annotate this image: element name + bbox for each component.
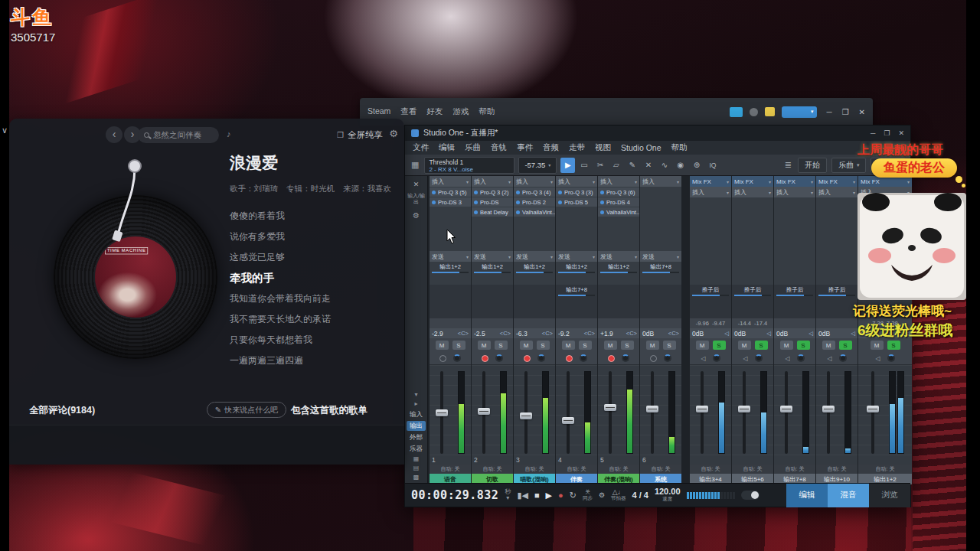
automation-mode[interactable]: 自动: 关: [690, 465, 731, 474]
paint-tool[interactable]: ✎: [625, 158, 639, 173]
song-source[interactable]: 来源：我喜欢: [343, 184, 391, 194]
pan-value[interactable]: <C>: [668, 330, 679, 337]
volume-db-value[interactable]: 0dB: [818, 330, 830, 337]
solo-button[interactable]: S: [495, 341, 508, 350]
automation-mode[interactable]: 自动: 关: [640, 465, 681, 474]
mute-button[interactable]: M: [780, 341, 793, 350]
inserts-header[interactable]: 插入▾: [690, 187, 731, 197]
pan-value[interactable]: <C>: [458, 330, 469, 337]
bank-tab-输出[interactable]: 输出: [407, 421, 426, 431]
mixfx-header[interactable]: Mix FX▾: [816, 176, 858, 187]
menu-item[interactable]: 文件: [413, 142, 429, 153]
account-dropdown[interactable]: ▾: [782, 106, 817, 118]
fader-handle[interactable]: [520, 412, 532, 419]
automation-mode[interactable]: 自动: 关: [430, 465, 471, 474]
time-signature[interactable]: 4 / 4: [632, 491, 648, 500]
solo-button[interactable]: S: [839, 341, 852, 350]
zoom-tool[interactable]: ⊕: [689, 158, 704, 173]
tempo-display[interactable]: 120.00 速度: [655, 487, 681, 503]
menu-item[interactable]: 事件: [517, 142, 533, 153]
pan-knob[interactable]: [887, 354, 895, 362]
send-slot[interactable]: 输出1+2: [516, 263, 553, 273]
sends-header[interactable]: 发送▾: [640, 251, 681, 262]
automation-mode[interactable]: 自动: 关: [556, 465, 597, 474]
mute-button[interactable]: M: [646, 341, 659, 350]
back-button[interactable]: ‹: [106, 126, 122, 143]
menu-item[interactable]: 走带: [569, 142, 585, 153]
fader-track[interactable]: [482, 371, 485, 454]
rail-view-icon[interactable]: ▤: [407, 465, 426, 472]
minimize-button[interactable]: ─: [827, 108, 832, 116]
range-tool[interactable]: ▭: [577, 158, 591, 173]
bend-tool[interactable]: ∿: [657, 158, 671, 173]
insert-slot[interactable]: Pro-DS 5: [556, 197, 597, 207]
menu-item[interactable]: 音频: [543, 142, 559, 153]
pan-knob[interactable]: [537, 354, 545, 362]
wrench-icon[interactable]: ⚙: [405, 211, 427, 220]
send-slot[interactable]: 输出1+2: [600, 263, 637, 273]
song-page-button[interactable]: 乐曲▾: [831, 158, 867, 173]
pan-knob[interactable]: [755, 354, 763, 362]
send-level-bar[interactable]: [558, 272, 595, 273]
iq-tool[interactable]: IQ: [705, 158, 720, 173]
volume-db-value[interactable]: -9.2: [558, 330, 570, 337]
insert-slot[interactable]: ValhallaVint...: [598, 207, 639, 217]
power-dot-icon[interactable]: [558, 191, 562, 194]
inserts-header[interactable]: 插入▾: [472, 176, 513, 187]
volume-db-value[interactable]: 0dB: [734, 330, 746, 337]
insert-slot[interactable]: Pro-Q 3 (3): [556, 187, 597, 197]
post-fader-slot[interactable]: 推子后: [818, 286, 855, 296]
pan-knob[interactable]: [495, 354, 503, 362]
steam-menu-item[interactable]: Steam: [368, 106, 390, 117]
record-arm-button[interactable]: [524, 355, 531, 362]
pan-value[interactable]: <C>: [542, 330, 553, 337]
sends-header[interactable]: 发送▾: [472, 251, 513, 262]
mute-button[interactable]: M: [871, 341, 884, 350]
pan-knob[interactable]: [453, 354, 461, 362]
insert-slot[interactable]: ValhallaVint...: [514, 207, 555, 217]
solo-button[interactable]: S: [579, 341, 592, 350]
power-dot-icon[interactable]: [516, 191, 520, 194]
power-dot-icon[interactable]: [600, 210, 604, 214]
fader-track[interactable]: [743, 371, 746, 454]
inserts-header[interactable]: 插入▾: [514, 176, 555, 187]
volume-db-value[interactable]: 0dB: [776, 330, 788, 337]
steam-menu-item[interactable]: 游戏: [452, 106, 469, 117]
mute-button[interactable]: M: [604, 341, 617, 350]
mixfx-header[interactable]: Mix FX▾: [858, 176, 912, 187]
mute-button[interactable]: M: [738, 341, 751, 350]
record-arm-button[interactable]: [566, 355, 573, 362]
monitor-speaker-icon[interactable]: ◁: [827, 355, 831, 362]
stop-button[interactable]: ■: [534, 491, 540, 500]
expand-icon[interactable]: ▸: [407, 400, 426, 408]
pan-knob[interactable]: [713, 354, 720, 362]
solo-button[interactable]: S: [713, 341, 726, 350]
listen-recognize-icon[interactable]: ♪: [227, 129, 231, 139]
close-button[interactable]: ✕: [859, 108, 865, 116]
settings-gear-icon[interactable]: ⚙: [599, 492, 605, 498]
menu-item[interactable]: 帮助: [671, 142, 688, 153]
solo-button[interactable]: S: [452, 341, 466, 350]
power-dot-icon[interactable]: [432, 201, 436, 204]
close-button[interactable]: ✕: [898, 129, 904, 137]
mute-button[interactable]: M: [562, 341, 575, 350]
fader-handle[interactable]: [604, 404, 616, 411]
arrow-tool[interactable]: ▶: [560, 158, 575, 173]
automation-mode[interactable]: 自动: 关: [774, 465, 815, 474]
monitor-speaker-icon[interactable]: ◁: [701, 355, 705, 362]
playlist-link[interactable]: 包含这首歌的歌单: [291, 404, 368, 417]
pan-value[interactable]: <C>: [584, 330, 595, 337]
bank-tab-乐器[interactable]: 乐器: [407, 444, 426, 454]
insert-slot[interactable]: Pro-Q 3 (5): [430, 187, 471, 197]
record-arm-button[interactable]: [650, 355, 657, 362]
param-value-dropdown[interactable]: -57.35 ▾: [518, 157, 557, 174]
solo-button[interactable]: S: [621, 341, 634, 350]
menu-item[interactable]: 乐曲: [465, 142, 481, 153]
sends-header[interactable]: 发送▾: [514, 251, 555, 262]
yellow-doc-icon[interactable]: [765, 107, 775, 116]
steam-menu-item[interactable]: 查看: [400, 106, 416, 117]
send-level-bar[interactable]: [558, 295, 595, 296]
inserts-header[interactable]: 插入▾: [732, 187, 773, 197]
send-level-bar[interactable]: [474, 272, 511, 273]
collapse-chevron-icon[interactable]: ∨: [2, 126, 8, 135]
